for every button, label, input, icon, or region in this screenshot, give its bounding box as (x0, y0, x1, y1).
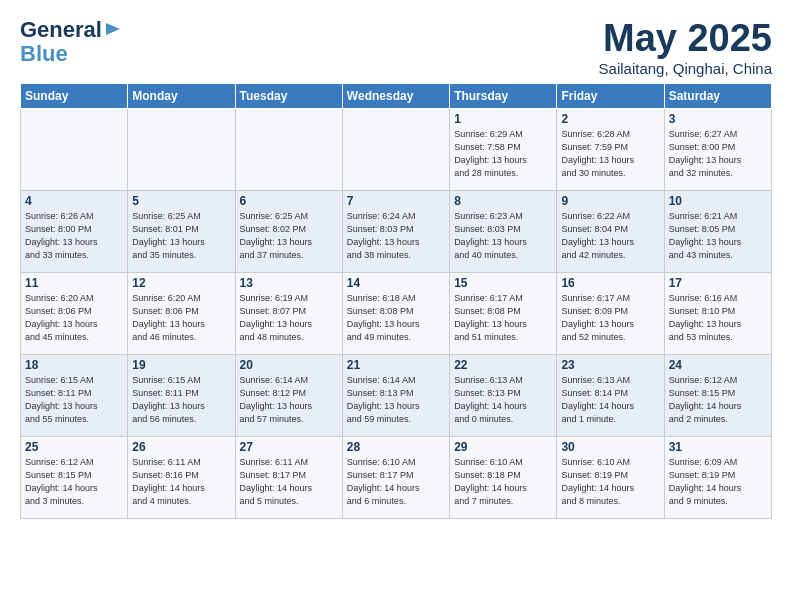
logo-text-general: General (20, 18, 102, 42)
calendar-cell: 7Sunrise: 6:24 AM Sunset: 8:03 PM Daylig… (342, 190, 449, 272)
day-number: 10 (669, 194, 767, 208)
calendar-cell: 31Sunrise: 6:09 AM Sunset: 8:19 PM Dayli… (664, 436, 771, 518)
calendar-cell: 13Sunrise: 6:19 AM Sunset: 8:07 PM Dayli… (235, 272, 342, 354)
day-info: Sunrise: 6:17 AM Sunset: 8:08 PM Dayligh… (454, 292, 552, 344)
calendar-cell (235, 108, 342, 190)
day-info: Sunrise: 6:27 AM Sunset: 8:00 PM Dayligh… (669, 128, 767, 180)
day-number: 13 (240, 276, 338, 290)
day-info: Sunrise: 6:18 AM Sunset: 8:08 PM Dayligh… (347, 292, 445, 344)
day-number: 7 (347, 194, 445, 208)
day-info: Sunrise: 6:13 AM Sunset: 8:13 PM Dayligh… (454, 374, 552, 426)
calendar-table: Sunday Monday Tuesday Wednesday Thursday… (20, 83, 772, 519)
day-info: Sunrise: 6:21 AM Sunset: 8:05 PM Dayligh… (669, 210, 767, 262)
calendar-cell: 25Sunrise: 6:12 AM Sunset: 8:15 PM Dayli… (21, 436, 128, 518)
col-tuesday: Tuesday (235, 83, 342, 108)
day-number: 9 (561, 194, 659, 208)
svg-marker-0 (106, 23, 120, 35)
day-info: Sunrise: 6:17 AM Sunset: 8:09 PM Dayligh… (561, 292, 659, 344)
day-number: 25 (25, 440, 123, 454)
day-info: Sunrise: 6:22 AM Sunset: 8:04 PM Dayligh… (561, 210, 659, 262)
calendar-cell: 29Sunrise: 6:10 AM Sunset: 8:18 PM Dayli… (450, 436, 557, 518)
calendar-cell: 18Sunrise: 6:15 AM Sunset: 8:11 PM Dayli… (21, 354, 128, 436)
day-number: 28 (347, 440, 445, 454)
header: General Blue May 2025 Sailaitang, Qingha… (20, 18, 772, 77)
calendar-cell: 3Sunrise: 6:27 AM Sunset: 8:00 PM Daylig… (664, 108, 771, 190)
day-number: 20 (240, 358, 338, 372)
day-info: Sunrise: 6:13 AM Sunset: 8:14 PM Dayligh… (561, 374, 659, 426)
day-info: Sunrise: 6:12 AM Sunset: 8:15 PM Dayligh… (25, 456, 123, 508)
calendar-cell: 1Sunrise: 6:29 AM Sunset: 7:58 PM Daylig… (450, 108, 557, 190)
calendar-cell: 5Sunrise: 6:25 AM Sunset: 8:01 PM Daylig… (128, 190, 235, 272)
page: General Blue May 2025 Sailaitang, Qingha… (0, 0, 792, 529)
day-number: 26 (132, 440, 230, 454)
day-number: 18 (25, 358, 123, 372)
day-number: 4 (25, 194, 123, 208)
day-info: Sunrise: 6:14 AM Sunset: 8:13 PM Dayligh… (347, 374, 445, 426)
calendar-cell (342, 108, 449, 190)
calendar-cell: 28Sunrise: 6:10 AM Sunset: 8:17 PM Dayli… (342, 436, 449, 518)
calendar-cell: 6Sunrise: 6:25 AM Sunset: 8:02 PM Daylig… (235, 190, 342, 272)
day-number: 27 (240, 440, 338, 454)
calendar-cell: 14Sunrise: 6:18 AM Sunset: 8:08 PM Dayli… (342, 272, 449, 354)
day-info: Sunrise: 6:14 AM Sunset: 8:12 PM Dayligh… (240, 374, 338, 426)
col-friday: Friday (557, 83, 664, 108)
calendar-cell: 24Sunrise: 6:12 AM Sunset: 8:15 PM Dayli… (664, 354, 771, 436)
calendar-cell: 9Sunrise: 6:22 AM Sunset: 8:04 PM Daylig… (557, 190, 664, 272)
day-info: Sunrise: 6:11 AM Sunset: 8:17 PM Dayligh… (240, 456, 338, 508)
col-sunday: Sunday (21, 83, 128, 108)
day-info: Sunrise: 6:15 AM Sunset: 8:11 PM Dayligh… (132, 374, 230, 426)
day-info: Sunrise: 6:15 AM Sunset: 8:11 PM Dayligh… (25, 374, 123, 426)
calendar-cell: 11Sunrise: 6:20 AM Sunset: 8:06 PM Dayli… (21, 272, 128, 354)
day-number: 11 (25, 276, 123, 290)
logo: General Blue (20, 18, 122, 66)
day-info: Sunrise: 6:16 AM Sunset: 8:10 PM Dayligh… (669, 292, 767, 344)
calendar-cell: 17Sunrise: 6:16 AM Sunset: 8:10 PM Dayli… (664, 272, 771, 354)
day-info: Sunrise: 6:09 AM Sunset: 8:19 PM Dayligh… (669, 456, 767, 508)
day-info: Sunrise: 6:10 AM Sunset: 8:17 PM Dayligh… (347, 456, 445, 508)
calendar-cell (128, 108, 235, 190)
day-number: 30 (561, 440, 659, 454)
day-number: 12 (132, 276, 230, 290)
calendar-week-row-3: 11Sunrise: 6:20 AM Sunset: 8:06 PM Dayli… (21, 272, 772, 354)
day-number: 2 (561, 112, 659, 126)
calendar-cell: 23Sunrise: 6:13 AM Sunset: 8:14 PM Dayli… (557, 354, 664, 436)
calendar-header-row: Sunday Monday Tuesday Wednesday Thursday… (21, 83, 772, 108)
day-number: 5 (132, 194, 230, 208)
calendar-cell: 10Sunrise: 6:21 AM Sunset: 8:05 PM Dayli… (664, 190, 771, 272)
calendar-cell: 19Sunrise: 6:15 AM Sunset: 8:11 PM Dayli… (128, 354, 235, 436)
day-info: Sunrise: 6:20 AM Sunset: 8:06 PM Dayligh… (132, 292, 230, 344)
col-thursday: Thursday (450, 83, 557, 108)
calendar-cell: 22Sunrise: 6:13 AM Sunset: 8:13 PM Dayli… (450, 354, 557, 436)
subtitle: Sailaitang, Qinghai, China (599, 60, 772, 77)
calendar-week-row-1: 1Sunrise: 6:29 AM Sunset: 7:58 PM Daylig… (21, 108, 772, 190)
col-saturday: Saturday (664, 83, 771, 108)
logo-icon (104, 21, 122, 39)
calendar-cell: 30Sunrise: 6:10 AM Sunset: 8:19 PM Dayli… (557, 436, 664, 518)
day-info: Sunrise: 6:25 AM Sunset: 8:01 PM Dayligh… (132, 210, 230, 262)
day-info: Sunrise: 6:10 AM Sunset: 8:18 PM Dayligh… (454, 456, 552, 508)
day-info: Sunrise: 6:26 AM Sunset: 8:00 PM Dayligh… (25, 210, 123, 262)
day-info: Sunrise: 6:20 AM Sunset: 8:06 PM Dayligh… (25, 292, 123, 344)
calendar-cell: 20Sunrise: 6:14 AM Sunset: 8:12 PM Dayli… (235, 354, 342, 436)
calendar-cell: 15Sunrise: 6:17 AM Sunset: 8:08 PM Dayli… (450, 272, 557, 354)
calendar-cell: 21Sunrise: 6:14 AM Sunset: 8:13 PM Dayli… (342, 354, 449, 436)
calendar-cell: 26Sunrise: 6:11 AM Sunset: 8:16 PM Dayli… (128, 436, 235, 518)
day-info: Sunrise: 6:10 AM Sunset: 8:19 PM Dayligh… (561, 456, 659, 508)
day-info: Sunrise: 6:28 AM Sunset: 7:59 PM Dayligh… (561, 128, 659, 180)
day-number: 21 (347, 358, 445, 372)
day-number: 15 (454, 276, 552, 290)
day-number: 17 (669, 276, 767, 290)
day-number: 22 (454, 358, 552, 372)
calendar-cell: 12Sunrise: 6:20 AM Sunset: 8:06 PM Dayli… (128, 272, 235, 354)
day-number: 8 (454, 194, 552, 208)
main-title: May 2025 (599, 18, 772, 60)
calendar-week-row-5: 25Sunrise: 6:12 AM Sunset: 8:15 PM Dayli… (21, 436, 772, 518)
day-info: Sunrise: 6:25 AM Sunset: 8:02 PM Dayligh… (240, 210, 338, 262)
day-info: Sunrise: 6:29 AM Sunset: 7:58 PM Dayligh… (454, 128, 552, 180)
day-number: 3 (669, 112, 767, 126)
col-wednesday: Wednesday (342, 83, 449, 108)
day-number: 14 (347, 276, 445, 290)
day-number: 23 (561, 358, 659, 372)
calendar-cell: 4Sunrise: 6:26 AM Sunset: 8:00 PM Daylig… (21, 190, 128, 272)
day-number: 6 (240, 194, 338, 208)
